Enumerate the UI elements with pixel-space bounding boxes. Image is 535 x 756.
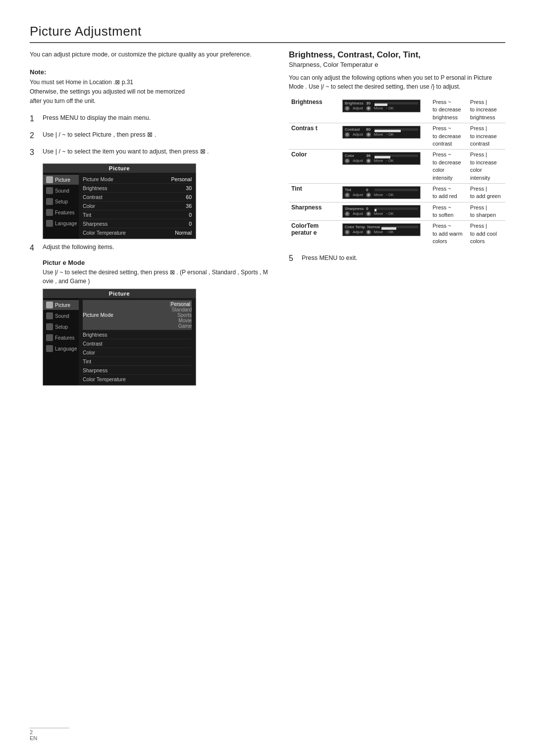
mini-btn-move-3: ⊕ bbox=[366, 193, 371, 198]
osd-sidebar-2-sound[interactable]: Sound bbox=[43, 311, 79, 321]
mini-osd-4: Sharpness 0 ⊙Adjust ⊕Move ◦ OK bbox=[342, 205, 421, 218]
osd-2-label-sharpness: Sharpness bbox=[83, 367, 107, 373]
osd-sidebar-features[interactable]: Features bbox=[43, 207, 79, 217]
mini-osd-1: Contrast 60 ⊙Adjust ⊕Move ◦ OK bbox=[342, 126, 421, 139]
adj-plus-5: Press |to add coolcolors bbox=[468, 221, 505, 247]
step-4: 4 Adjust the following items. bbox=[30, 242, 269, 254]
osd-2-sub-movie: Movie bbox=[178, 318, 192, 323]
osd-row-2-sharpness: Sharpness bbox=[83, 366, 192, 375]
osd-row-2-color-temp: Color Temperature bbox=[83, 375, 192, 383]
mini-osd-0: Brightness 30 ⊙Adjust ⊕Move ◦ OK bbox=[342, 100, 421, 112]
osd-sidebar-2-picture-label: Picture bbox=[55, 302, 70, 308]
osd-menu-1: Picture Picture Sound bbox=[43, 163, 196, 239]
osd-sidebar-1: Picture Sound Setup bbox=[43, 173, 79, 239]
features-icon bbox=[46, 209, 53, 216]
adj-plus-2: Press |to increasecolor intensity bbox=[468, 150, 505, 184]
right-section-subtitle: Sharpness, Color Temperatur e bbox=[289, 61, 505, 68]
language-icon-2 bbox=[46, 345, 53, 352]
right-section-title: Brightness, Contrast, Color, Tint, bbox=[289, 50, 505, 60]
mini-btn-move-5: ⊕ bbox=[366, 230, 371, 235]
osd-2-label-color-temp: Color Temperature bbox=[83, 376, 126, 382]
two-column-layout: You can adjust picture mode, or customiz… bbox=[30, 50, 505, 389]
adj-osd-2: Color 36 ⊙Adjust ⊕Move ◦ OK bbox=[340, 150, 430, 184]
osd-row-2-picture-mode: Picture Mode Personal Standard Sports Mo… bbox=[83, 300, 192, 330]
osd-content-2: Picture Mode Personal Standard Sports Mo… bbox=[79, 298, 196, 385]
osd-2-sub-game: Game bbox=[178, 323, 192, 329]
osd-row-sharpness: Sharpness 0 bbox=[83, 219, 192, 228]
adj-row-0: Brightness Brightness 30 ⊙Adjust ⊕Move ◦… bbox=[289, 97, 505, 123]
osd-2-label-contrast: Contrast bbox=[83, 341, 103, 347]
adj-osd-0: Brightness 30 ⊙Adjust ⊕Move ◦ OK bbox=[340, 97, 430, 123]
mini-btn-move-0: ⊕ bbox=[366, 106, 371, 111]
adj-plus-4: Press |to sharpen bbox=[468, 202, 505, 221]
picture-mode-text: Use |/ ~ to select the desired setting, … bbox=[43, 268, 269, 286]
language-icon bbox=[46, 220, 53, 227]
adjustment-table: Brightness Brightness 30 ⊙Adjust ⊕Move ◦… bbox=[289, 97, 505, 247]
footer-language: EN bbox=[30, 735, 37, 741]
mini-btn-move-4: ⊕ bbox=[366, 211, 371, 216]
osd-sidebar-2-setup[interactable]: Setup bbox=[43, 322, 79, 332]
osd-body-2: Picture Sound Setup bbox=[43, 298, 196, 385]
adj-name-1: Contras t bbox=[289, 123, 340, 150]
osd-sidebar-picture[interactable]: Picture bbox=[43, 175, 79, 185]
step-1-text: Press MENU to display the main menu. bbox=[43, 113, 269, 125]
osd-title-2: Picture bbox=[43, 289, 196, 298]
right-section-intro: You can only adjust the following option… bbox=[289, 73, 505, 91]
osd-row-contrast: Contrast 60 bbox=[83, 193, 192, 202]
osd-row-tint: Tint 0 bbox=[83, 210, 192, 219]
osd-sidebar-language[interactable]: Language bbox=[43, 218, 79, 228]
osd-sidebar-2-sound-label: Sound bbox=[55, 313, 69, 319]
step-2-number: 2 bbox=[30, 130, 38, 142]
osd-2-sub-standard: Standard bbox=[171, 307, 192, 312]
adj-osd-3: Tint 0 ⊙Adjust ⊕Move ◦ OK bbox=[340, 183, 430, 202]
adj-minus-5: Press ~to add warmcolors bbox=[430, 221, 468, 247]
adj-osd-5: Color Temp. Normal ⊙Adjust ⊕Move ◦ OK bbox=[340, 221, 430, 247]
adj-plus-1: Press |to increasecontrast bbox=[468, 123, 505, 150]
osd-label-color: Color bbox=[83, 203, 95, 209]
step-3-text: Use | / ~ to select the item you want to… bbox=[43, 147, 269, 158]
steps-list: 1 Press MENU to display the main menu. 2… bbox=[30, 113, 269, 386]
osd-row-2-brightness: Brightness bbox=[83, 330, 192, 339]
osd-2-label-brightness: Brightness bbox=[83, 332, 107, 338]
page-footer: 2 EN bbox=[30, 728, 69, 741]
mini-btn-move-2: ⊕ bbox=[366, 158, 371, 163]
osd-sidebar-2-picture[interactable]: Picture bbox=[43, 300, 79, 310]
osd-row-2-contrast: Contrast bbox=[83, 339, 192, 348]
note-title: Note: bbox=[30, 68, 269, 76]
osd-sidebar-features-label: Features bbox=[55, 210, 74, 215]
osd-menu-2: Picture Picture Sound bbox=[43, 289, 196, 386]
mini-btn-move-1: ⊕ bbox=[366, 132, 371, 137]
sound-icon-2 bbox=[46, 312, 53, 319]
osd-label-sharpness: Sharpness bbox=[83, 221, 107, 227]
osd-sidebar-setup-label: Setup bbox=[55, 199, 68, 204]
osd-label-contrast: Contrast bbox=[83, 194, 103, 200]
osd-sidebar-2-features-label: Features bbox=[55, 335, 74, 341]
adj-name-5: ColorTem peratur e bbox=[289, 221, 340, 247]
adj-row-3: Tint Tint 0 ⊙Adjust ⊕Move ◦ OK Press ~ bbox=[289, 183, 505, 202]
adj-minus-3: Press ~to add red bbox=[430, 183, 468, 202]
osd-val-color-temp: Normal bbox=[175, 230, 192, 236]
adj-minus-2: Press ~to decreasecolor intensity bbox=[430, 150, 468, 184]
adj-name-2: Color bbox=[289, 150, 340, 184]
mini-btn-adjust-3: ⊙ bbox=[345, 193, 350, 198]
osd-sidebar-sound[interactable]: Sound bbox=[43, 186, 79, 196]
osd-label-tint: Tint bbox=[83, 212, 91, 218]
mini-osd-2: Color 36 ⊙Adjust ⊕Move ◦ OK bbox=[342, 152, 421, 165]
osd-sidebar-setup[interactable]: Setup bbox=[43, 197, 79, 206]
osd-2-label-tint: Tint bbox=[83, 358, 91, 364]
picture-mode-heading: Pictur e Mode bbox=[43, 259, 269, 266]
osd-sidebar-2-features[interactable]: Features bbox=[43, 333, 79, 343]
left-column: You can adjust picture mode, or customiz… bbox=[30, 50, 269, 389]
picture-icon-2 bbox=[46, 302, 53, 308]
osd-sidebar-2-language[interactable]: Language bbox=[43, 344, 79, 353]
osd-content-1: Picture Mode Personal Brightness 30 Cont… bbox=[79, 173, 196, 239]
adj-row-4: Sharpness Sharpness 0 ⊙Adjust ⊕Move ◦ OK bbox=[289, 202, 505, 221]
sound-icon bbox=[46, 187, 53, 194]
osd-2-label-color: Color bbox=[83, 350, 95, 355]
adj-osd-1: Contrast 60 ⊙Adjust ⊕Move ◦ OK bbox=[340, 123, 430, 150]
mini-btn-adjust-5: ⊙ bbox=[345, 230, 350, 235]
step-3: 3 Use | / ~ to select the item you want … bbox=[30, 147, 269, 158]
osd-label-brightness: Brightness bbox=[83, 185, 107, 191]
note-text: You must set Home in Location .⊠ p.31 Ot… bbox=[30, 78, 269, 106]
features-icon-2 bbox=[46, 334, 53, 341]
